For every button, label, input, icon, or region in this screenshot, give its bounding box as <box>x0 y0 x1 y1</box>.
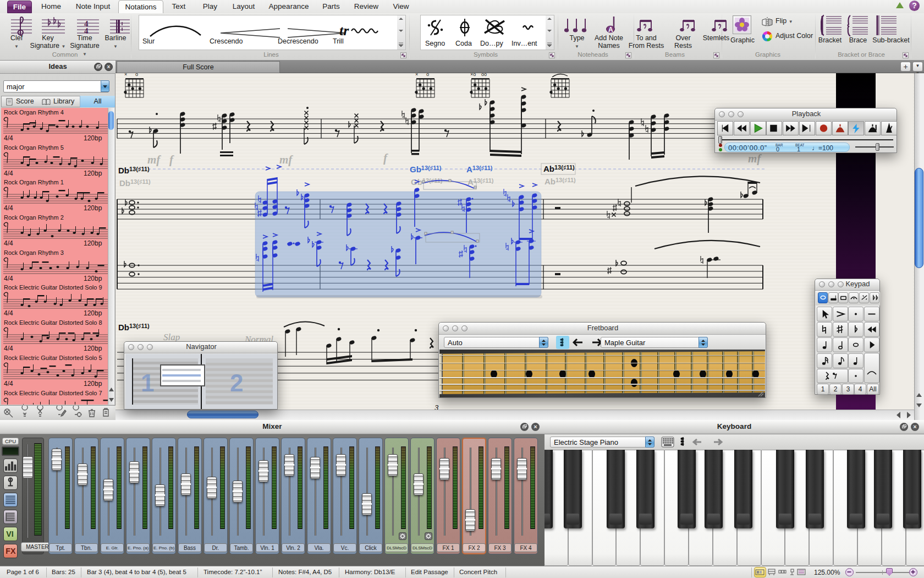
svg-text:f: f <box>383 151 388 165</box>
svg-text:FX: FX <box>6 547 16 555</box>
svg-text:oo: oo <box>481 73 487 77</box>
svg-text:o: o <box>426 73 429 77</box>
svg-text:mf: mf <box>147 153 161 166</box>
svg-text:Db13(♯11): Db13(♯11) <box>119 178 151 188</box>
svg-text:×: × <box>415 73 418 77</box>
svg-text:Db13(♯11): Db13(♯11) <box>118 323 150 332</box>
svg-text:×: × <box>124 73 127 77</box>
svg-text:A: A <box>608 26 613 34</box>
svg-text:f: f <box>169 153 174 166</box>
svg-text:o: o <box>135 73 138 77</box>
svg-text:Gb13(♯11): Gb13(♯11) <box>410 165 442 174</box>
svg-text:A13(♯11): A13(♯11) <box>466 165 493 174</box>
svg-text:mf: mf <box>748 152 762 165</box>
svg-text:A13(♯11): A13(♯11) <box>468 177 494 187</box>
svg-text:Ab13(♯11): Ab13(♯11) <box>544 177 576 186</box>
svg-text:tr: tr <box>339 23 349 39</box>
svg-text:Ab13(♯11): Ab13(♯11) <box>543 164 575 173</box>
svg-text:×o: ×o <box>470 73 476 77</box>
svg-text:mf: mf <box>279 153 293 166</box>
svg-text:VI: VI <box>6 530 13 538</box>
svg-text:Db13(♯11): Db13(♯11) <box>118 166 150 175</box>
